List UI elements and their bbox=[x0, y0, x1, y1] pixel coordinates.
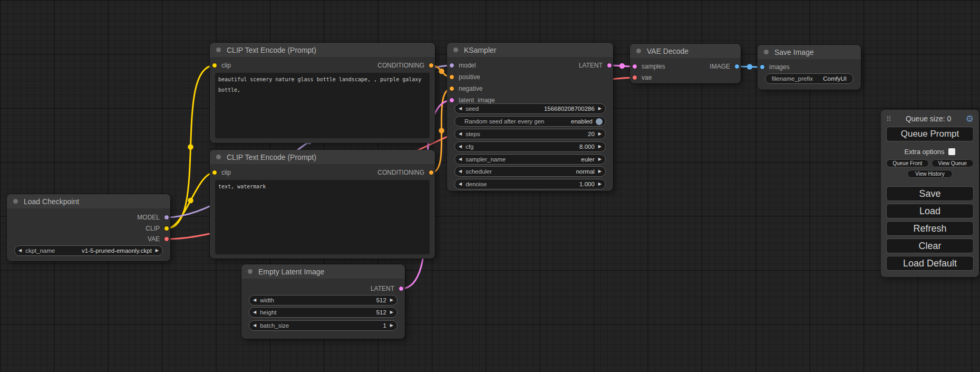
queue-panel: ⠿ Queue size: 0 ⚙ Queue Prompt Extra opt… bbox=[881, 110, 979, 277]
widget-width[interactable]: ◀width512▶ bbox=[249, 295, 397, 306]
node-vae-decode[interactable]: VAE DecodesamplesvaeIMAGE bbox=[630, 44, 741, 83]
increment-arrow-icon[interactable]: ▶ bbox=[595, 104, 605, 113]
view-queue-button[interactable]: View Queue bbox=[932, 159, 974, 167]
node-save-image[interactable]: Save Imageimagesfilename_prefixComfyUI bbox=[758, 45, 861, 90]
refresh-button[interactable]: Refresh bbox=[886, 221, 974, 236]
link-midpoint-dot[interactable] bbox=[188, 144, 193, 149]
increment-arrow-icon[interactable]: ▶ bbox=[386, 295, 397, 305]
model-input-dot[interactable] bbox=[449, 63, 454, 68]
output-port-label: CLIP bbox=[145, 225, 160, 232]
link-midpoint-dot[interactable] bbox=[439, 69, 444, 74]
prompt-textarea[interactable]: beautiful scenery nature glass bottle la… bbox=[215, 73, 430, 138]
clear-button[interactable]: Clear bbox=[886, 239, 974, 253]
link-midpoint-dot[interactable] bbox=[619, 63, 625, 69]
widget-Random seed after every gen[interactable]: Random seed after every genenabled bbox=[454, 116, 606, 127]
LATENT-output-dot[interactable] bbox=[399, 286, 404, 291]
images-input-dot[interactable] bbox=[760, 64, 765, 70]
increment-arrow-icon[interactable]: ▶ bbox=[595, 142, 605, 151]
queue-prompt-button[interactable]: Queue Prompt bbox=[886, 127, 974, 141]
widget-height[interactable]: ◀height512▶ bbox=[249, 307, 397, 318]
node-title-bar[interactable]: CLIP Text Encode (Prompt) bbox=[210, 43, 435, 57]
widget-steps[interactable]: ◀steps20▶ bbox=[454, 129, 606, 139]
CLIP-output-dot[interactable] bbox=[164, 226, 169, 231]
collapse-dot-icon[interactable] bbox=[453, 47, 458, 52]
decrement-arrow-icon[interactable]: ◀ bbox=[455, 179, 465, 189]
save-button[interactable]: Save bbox=[886, 186, 974, 201]
node-empty-latent-image[interactable]: Empty Latent ImageLATENT◀width512▶◀heigh… bbox=[241, 264, 405, 339]
negative-input-dot[interactable] bbox=[449, 86, 454, 91]
toggle-knob-icon[interactable] bbox=[596, 118, 603, 125]
clip-input-dot[interactable] bbox=[212, 170, 217, 175]
collapse-dot-icon[interactable] bbox=[636, 49, 641, 53]
node-load-checkpoint[interactable]: Load CheckpointMODELCLIPVAE◀ckpt_namev1-… bbox=[7, 194, 170, 261]
decrement-arrow-icon[interactable]: ◀ bbox=[249, 308, 260, 317]
widget-label: seed bbox=[465, 106, 479, 112]
drag-handle-icon[interactable]: ⠿ bbox=[886, 115, 891, 123]
LATENT-output-dot[interactable] bbox=[607, 63, 612, 68]
decrement-arrow-icon[interactable]: ◀ bbox=[249, 321, 260, 330]
gear-icon[interactable]: ⚙ bbox=[966, 115, 974, 123]
increment-arrow-icon[interactable]: ▶ bbox=[386, 321, 397, 330]
collapse-dot-icon[interactable] bbox=[764, 50, 769, 54]
decrement-arrow-icon[interactable]: ◀ bbox=[455, 155, 465, 164]
node-title-label: VAE Decode bbox=[647, 47, 688, 55]
widget-denoise[interactable]: ◀denoise1.000▶ bbox=[454, 179, 606, 189]
increment-arrow-icon[interactable]: ▶ bbox=[595, 129, 605, 139]
load-default-button[interactable]: Load Default bbox=[886, 256, 974, 271]
increment-arrow-icon[interactable]: ▶ bbox=[386, 308, 397, 317]
decrement-arrow-icon[interactable]: ◀ bbox=[15, 246, 25, 255]
node-title-bar[interactable]: KSampler bbox=[447, 43, 613, 57]
widget-filename_prefix[interactable]: filename_prefixComfyUI bbox=[765, 73, 853, 84]
node-ksampler[interactable]: KSamplermodelpositivenegativelatent_imag… bbox=[447, 43, 613, 191]
widget-seed[interactable]: ◀seed156680208700286▶ bbox=[454, 103, 606, 114]
increment-arrow-icon[interactable]: ▶ bbox=[595, 179, 605, 189]
node-title-bar[interactable]: Load Checkpoint bbox=[7, 194, 170, 208]
latent_image-input-dot[interactable] bbox=[449, 98, 454, 103]
increment-arrow-icon[interactable]: ▶ bbox=[595, 155, 605, 164]
input-port-label: negative bbox=[459, 85, 482, 92]
node-title-bar[interactable]: Save Image bbox=[758, 45, 861, 59]
CONDITIONING-output-dot[interactable] bbox=[429, 63, 434, 68]
decrement-arrow-icon[interactable]: ◀ bbox=[455, 142, 465, 151]
samples-input-dot[interactable] bbox=[632, 64, 637, 69]
widget-cfg[interactable]: ◀cfg8.000▶ bbox=[454, 141, 606, 152]
link-midpoint-dot[interactable] bbox=[188, 198, 193, 203]
collapse-dot-icon[interactable] bbox=[216, 47, 221, 52]
output-port-IMAGE: IMAGE bbox=[710, 61, 741, 72]
collapse-dot-icon[interactable] bbox=[13, 199, 18, 204]
MODEL-output-dot[interactable] bbox=[164, 215, 169, 220]
IMAGE-output-dot[interactable] bbox=[734, 64, 740, 69]
node-clip-text-encode-negative[interactable]: CLIP Text Encode (Prompt)clipCONDITIONIN… bbox=[210, 150, 435, 259]
node-title-bar[interactable]: CLIP Text Encode (Prompt) bbox=[210, 150, 435, 164]
widget-scheduler[interactable]: ◀schedulernormal▶ bbox=[454, 166, 606, 177]
widget-value: v1-5-pruned-emaonly.ckpt bbox=[82, 247, 152, 254]
increment-arrow-icon[interactable]: ▶ bbox=[152, 246, 162, 255]
decrement-arrow-icon[interactable]: ◀ bbox=[455, 129, 465, 139]
node-title-bar[interactable]: Empty Latent Image bbox=[241, 264, 405, 279]
node-graph-canvas[interactable]: CLIP Text Encode (Prompt)clipCONDITIONIN… bbox=[0, 0, 980, 372]
load-button[interactable]: Load bbox=[886, 204, 974, 218]
output-port-label: CONDITIONING bbox=[377, 62, 424, 69]
widget-sampler_name[interactable]: ◀sampler_nameeuler▶ bbox=[454, 154, 606, 165]
collapse-dot-icon[interactable] bbox=[248, 269, 253, 274]
clip-input-dot[interactable] bbox=[212, 63, 217, 68]
decrement-arrow-icon[interactable]: ◀ bbox=[249, 295, 260, 305]
widget-batch_size[interactable]: ◀batch_size1▶ bbox=[249, 320, 397, 331]
CONDITIONING-output-dot[interactable] bbox=[429, 170, 434, 175]
node-title-bar[interactable]: VAE Decode bbox=[630, 44, 741, 58]
vae-input-dot[interactable] bbox=[632, 75, 637, 80]
link-midpoint-dot[interactable] bbox=[747, 64, 752, 69]
node-clip-text-encode-positive[interactable]: CLIP Text Encode (Prompt)clipCONDITIONIN… bbox=[210, 43, 435, 143]
decrement-arrow-icon[interactable]: ◀ bbox=[455, 167, 465, 176]
prompt-textarea[interactable]: text, watermark bbox=[215, 180, 430, 254]
widget-ckpt_name[interactable]: ◀ckpt_namev1-5-pruned-emaonly.ckpt▶ bbox=[14, 245, 163, 256]
queue-front-button[interactable]: Queue Front bbox=[886, 159, 929, 167]
link-midpoint-dot[interactable] bbox=[439, 128, 444, 133]
view-history-button[interactable]: View History bbox=[907, 170, 953, 178]
increment-arrow-icon[interactable]: ▶ bbox=[595, 167, 605, 176]
VAE-output-dot[interactable] bbox=[164, 236, 169, 242]
extra-options-checkbox[interactable] bbox=[948, 148, 955, 155]
positive-input-dot[interactable] bbox=[449, 74, 454, 80]
decrement-arrow-icon[interactable]: ◀ bbox=[455, 104, 465, 113]
collapse-dot-icon[interactable] bbox=[216, 155, 221, 159]
